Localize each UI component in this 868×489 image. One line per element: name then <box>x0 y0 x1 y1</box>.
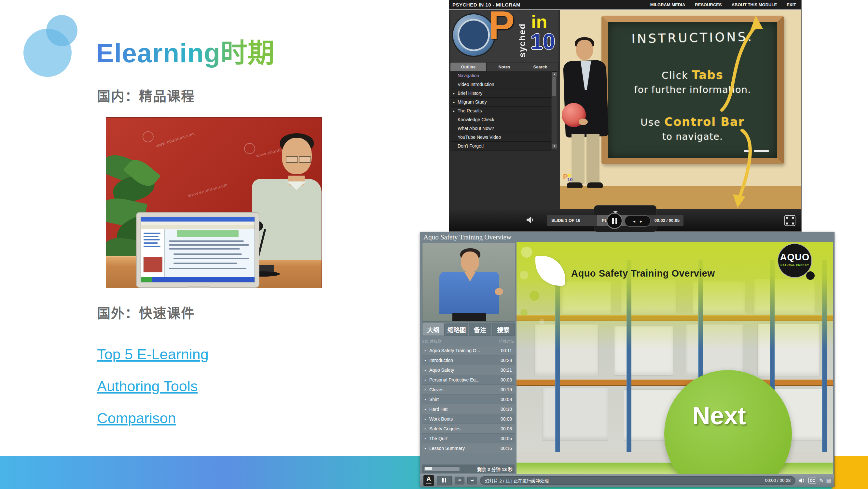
board-click-word: Click <box>662 70 688 81</box>
aquo-control-bar: AAdobe ⏮ ⏭ 幻灯片 2 / 11 | 正在进行缓冲处理 00:00 /… <box>420 474 834 487</box>
outline-scrollbar[interactable]: ▲ ▼ <box>552 71 557 149</box>
playback-time: 00:00 / 00:28 <box>765 478 790 483</box>
slide-item[interactable]: ▸The Quiz00:05 <box>422 434 515 443</box>
monitor <box>136 212 259 288</box>
speaker-icon[interactable] <box>526 216 534 224</box>
attachment-icon[interactable]: ✎ <box>819 478 824 484</box>
outline-item-youtube-news-video[interactable]: YouTube News Video <box>451 133 551 142</box>
playback-progress-bar[interactable]: 幻灯片 2 / 11 | 正在进行缓冲处理 00:00 / 00:28 <box>480 476 796 485</box>
play-arrow-icon: ▸ <box>425 447 429 450</box>
board-line2: for further information. <box>608 84 777 95</box>
play-arrow-icon: ▸ <box>425 388 429 391</box>
play-arrow-icon: ▸ <box>425 437 429 440</box>
next-slide-button[interactable]: ⏭ <box>467 477 477 484</box>
aquo-player-window: Aquo Safety Training Overview 大纲 缩略图 备注 … <box>420 232 835 487</box>
speaker-icon[interactable] <box>798 478 806 484</box>
tab-notes-cn[interactable]: 备注 <box>469 323 491 336</box>
board-line4: to navigate. <box>608 131 777 142</box>
closed-captions-button[interactable]: CC <box>808 478 816 484</box>
aquo-window-title: Aquo Safety Training Overview <box>424 233 511 241</box>
tab-notes[interactable]: Notes <box>487 62 523 71</box>
sidebar-status-bar: 剩余 2 分钟 13 秒 <box>422 465 515 473</box>
slide-item[interactable]: ▸Safety Goggles00:08 <box>422 424 515 434</box>
next-slide-button[interactable]: ▸ <box>640 219 642 224</box>
slide-item[interactable]: ▸Aquo Safety00:21 <box>422 365 515 375</box>
slide-item[interactable]: ▸Shirt00:08 <box>422 395 515 404</box>
buffer-status: 幻灯片 2 / 11 | 正在进行缓冲处理 <box>485 477 549 484</box>
board-tabs-word: Tabs <box>692 68 723 82</box>
adobe-logo-icon[interactable]: AAdobe <box>424 475 434 486</box>
fullscreen-button[interactable] <box>784 215 796 226</box>
board-control-bar-word: Control Bar <box>664 115 745 128</box>
tab-thumbnails-cn[interactable]: 缩略图 <box>445 323 468 336</box>
slide-counter: SLIDE 1 OF 16 <box>547 218 597 223</box>
scrollbar-thumb[interactable] <box>552 77 556 96</box>
outline-item-knowledge-check[interactable]: Knowledge Check <box>451 115 551 124</box>
menu-resources[interactable]: RESOURCES <box>695 2 721 7</box>
menu-milgram-media[interactable]: MILGRAM MEDIA <box>650 2 685 7</box>
scroll-up-icon[interactable]: ▲ <box>552 72 557 77</box>
watermark-text: www.etiantian.com <box>155 131 195 148</box>
milgram-menu: MILGRAM MEDIA RESOURCES ABOUT THIS MODUL… <box>650 2 796 7</box>
outline-item-dont-forget[interactable]: Don't Forget! <box>451 142 551 150</box>
play-arrow-icon: ▸ <box>425 417 429 421</box>
presenter-figure <box>562 37 620 194</box>
aquo-stage: Aquo Safety Training Overview AQUO NATUR… <box>517 242 833 474</box>
screen-layout-icon[interactable]: ▤ <box>826 478 831 484</box>
presenter-video[interactable] <box>422 243 515 321</box>
pause-button[interactable] <box>606 213 623 229</box>
expand-arrow-icon: ▸ <box>453 100 458 104</box>
slide-item[interactable]: ▸Introduction00:28 <box>422 355 515 365</box>
board-progress-mark <box>754 150 769 152</box>
milgram-player-window: PSYCHED IN 10 - MILGRAM MILGRAM MEDIA RE… <box>449 0 801 231</box>
chalkboard: INSTRUCTIONS: Click Tabs for further inf… <box>601 16 784 164</box>
deco-circle-small <box>46 15 78 46</box>
stage-title: Aquo Safety Training Overview <box>571 268 715 279</box>
watermark-logo <box>143 131 154 142</box>
slide-item[interactable]: ▸Gloves00:19 <box>422 385 515 395</box>
outline-item-video-introduction[interactable]: Video Introduction <box>451 80 551 89</box>
monitor-screen <box>141 217 255 283</box>
milgram-stage: INSTRUCTIONS: Click Tabs for further inf… <box>560 10 801 209</box>
tab-outline-cn[interactable]: 大纲 <box>422 323 444 336</box>
previous-slide-button[interactable]: ⏮ <box>455 477 464 484</box>
play-arrow-icon: ▸ <box>425 359 429 362</box>
outline-item-the-results[interactable]: ▸The Results <box>451 107 551 115</box>
aquo-logo-tagline: NATURAL ENERGY <box>777 264 812 266</box>
menu-about-this-module[interactable]: ABOUT THIS MODULE <box>732 2 777 7</box>
play-arrow-icon: ▸ <box>425 427 429 430</box>
slide-item[interactable]: ▸Aquo Safety Training O...00:11 <box>422 346 515 355</box>
page-title: Elearning时期 <box>96 31 275 70</box>
slide-list-header: 幻灯片标题 持续时间 <box>422 337 515 345</box>
previous-slide-button[interactable]: ◂ <box>633 219 635 224</box>
slide-item[interactable]: ▸Hard Hat00:10 <box>422 404 515 414</box>
scroll-down-icon[interactable]: ▼ <box>552 144 557 149</box>
outline-item-brief-history[interactable]: ▸Brief History <box>451 89 551 98</box>
tab-outline[interactable]: Outline <box>451 62 487 71</box>
pause-button[interactable] <box>437 476 452 485</box>
link-top5-elearning[interactable]: Top 5 E-Learning <box>97 346 209 363</box>
tab-search[interactable]: Search <box>522 62 558 71</box>
logo-10: 10 <box>530 29 555 54</box>
board-progress-mark <box>744 150 751 152</box>
step-buttons: ◂ ▸ <box>625 215 651 227</box>
slide-item[interactable]: ▸Lesson Summary00:16 <box>422 443 515 453</box>
time-remaining: 剩余 2 分钟 13 秒 <box>477 466 513 472</box>
link-comparison[interactable]: Comparison <box>97 410 176 427</box>
slide-item[interactable]: ▸Personal Protective Eq...00:03 <box>422 375 515 385</box>
board-use-word: Use <box>641 117 661 128</box>
link-authoring-tools[interactable]: Authoring Tools <box>97 378 197 395</box>
milgram-sidebar: P syched in 10 Outline Notes Search Navi… <box>449 10 560 209</box>
tab-search-cn[interactable]: 搜索 <box>492 323 515 336</box>
watermark-text: www.etiantian.com <box>187 182 228 198</box>
milgram-titlebar: PSYCHED IN 10 - MILGRAM MILGRAM MEDIA RE… <box>449 0 801 10</box>
outline-item-milgram-study[interactable]: ▸Milgram Study <box>451 98 551 107</box>
logo-letter-p: P <box>488 10 515 48</box>
play-arrow-icon: ▸ <box>425 349 429 352</box>
outline-item-what-about-now[interactable]: What About Now? <box>451 124 551 133</box>
outline-item-navigation[interactable]: Navigation <box>451 71 551 80</box>
expand-arrow-icon: ▸ <box>453 91 458 95</box>
slide-item[interactable]: ▸Work Boots00:08 <box>422 414 515 424</box>
lecturer-photo: www.etiantian.com www.etiantian.com www.… <box>106 117 322 288</box>
menu-exit[interactable]: EXIT <box>787 2 796 7</box>
